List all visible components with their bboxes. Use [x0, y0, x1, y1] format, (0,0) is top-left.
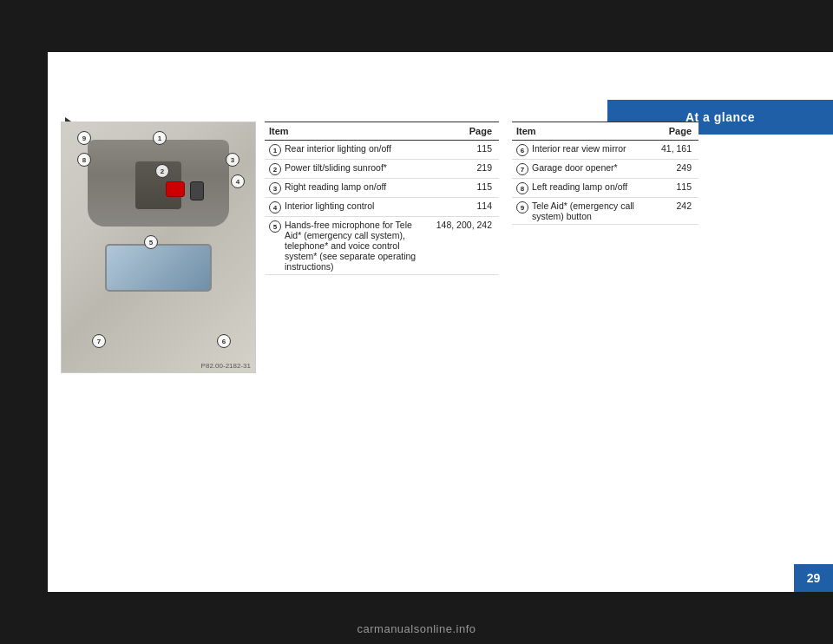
page-cell: 242 [657, 198, 699, 225]
car-image: 1 2 3 4 5 6 7 8 9 P82.00-2182-31 [61, 122, 256, 373]
rearview-mirror-visual [105, 244, 212, 292]
col-item-left: Item [265, 122, 432, 141]
table-row: 2 Power tilt/sliding sunroof* 219 [265, 160, 499, 179]
label-3: 3 [226, 153, 239, 167]
watermark-text: carmanualsonline.info [357, 622, 476, 635]
item-number: 4 [269, 201, 281, 214]
item-number: 8 [516, 182, 528, 194]
item-cell: 1 Rear interior lighting on/off [265, 141, 432, 160]
left-sidebar [0, 0, 48, 644]
page-cell: 249 [657, 160, 699, 179]
item-number: 7 [516, 163, 528, 175]
item-text: Hands-free microphone for Tele Aid* (eme… [285, 220, 428, 272]
right-table: Item Page 6 Interior rear view mirror 41… [512, 122, 699, 225]
item-text: Interior rear view mirror [532, 143, 653, 154]
col-item-right: Item [512, 122, 657, 141]
item-number: 2 [269, 163, 281, 175]
table-row: 5 Hands-free microphone for Tele Aid* (e… [265, 217, 499, 275]
item-number: 1 [269, 144, 281, 156]
item-number: 3 [269, 182, 281, 194]
item-text: Rear interior lighting on/off [285, 143, 428, 154]
content-area: 1 2 3 4 5 6 7 8 9 P82.00-2182-31 Item Pa… [48, 52, 833, 592]
car-image-inner: 1 2 3 4 5 6 7 8 9 [62, 122, 255, 372]
page-cell: 115 [432, 141, 499, 160]
image-caption: P82.00-2182-31 [201, 362, 251, 370]
label-4: 4 [231, 174, 245, 188]
label-1: 1 [153, 131, 167, 145]
label-5: 5 [144, 235, 158, 249]
table-row: 1 Rear interior lighting on/off 115 [265, 141, 499, 160]
item-cell: 3 Right reading lamp on/off [265, 179, 432, 198]
table-row: 8 Left reading lamp on/off 115 [512, 179, 699, 198]
phone-icon-visual [190, 181, 204, 200]
bottom-bar [0, 592, 833, 644]
col-page-right: Page [657, 122, 699, 141]
label-8: 8 [77, 153, 91, 167]
table-row: 6 Interior rear view mirror 41, 161 [512, 141, 699, 160]
items-table-left: Item Page 1 Rear interior lighting on/of… [265, 122, 499, 275]
sos-button-visual [166, 181, 185, 197]
page-cell: 219 [432, 160, 499, 179]
table-row: 7 Garage door opener* 249 [512, 160, 699, 179]
item-text: Left reading lamp on/off [532, 181, 653, 192]
item-number: 9 [516, 201, 528, 214]
item-cell: 7 Garage door opener* [512, 160, 657, 179]
items-table-right: Item Page 6 Interior rear view mirror 41… [512, 122, 699, 225]
page-cell: 114 [432, 198, 499, 217]
col-page-left: Page [432, 122, 499, 141]
page-cell: 115 [657, 179, 699, 198]
item-text: Right reading lamp on/off [285, 181, 428, 192]
item-text: Power tilt/sliding sunroof* [285, 162, 428, 173]
table-row: 4 Interior lighting control 114 [265, 198, 499, 217]
item-cell: 6 Interior rear view mirror [512, 141, 657, 160]
item-cell: 2 Power tilt/sliding sunroof* [265, 160, 432, 179]
watermark: carmanualsonline.info [357, 622, 476, 635]
label-6: 6 [217, 334, 231, 348]
item-cell: 8 Left reading lamp on/off [512, 179, 657, 198]
item-cell: 5 Hands-free microphone for Tele Aid* (e… [265, 217, 432, 275]
item-text: Tele Aid* (emergency call system) button [532, 200, 653, 221]
label-2: 2 [155, 164, 169, 178]
table-row: 9 Tele Aid* (emergency call system) butt… [512, 198, 699, 225]
item-text: Interior lighting control [285, 200, 428, 211]
page-cell: 148, 200, 242 [432, 217, 499, 275]
table-row: 3 Right reading lamp on/off 115 [265, 179, 499, 198]
label-7: 7 [92, 334, 106, 348]
page-cell: 115 [432, 179, 499, 198]
item-cell: 9 Tele Aid* (emergency call system) butt… [512, 198, 657, 225]
item-number: 6 [516, 144, 528, 156]
label-9: 9 [77, 131, 91, 145]
item-text: Garage door opener* [532, 162, 653, 173]
page-cell: 41, 161 [657, 141, 699, 160]
overhead-console [88, 140, 229, 227]
item-number: 5 [269, 220, 281, 233]
top-bar [0, 0, 833, 52]
left-table: Item Page 1 Rear interior lighting on/of… [265, 122, 499, 275]
item-cell: 4 Interior lighting control [265, 198, 432, 217]
